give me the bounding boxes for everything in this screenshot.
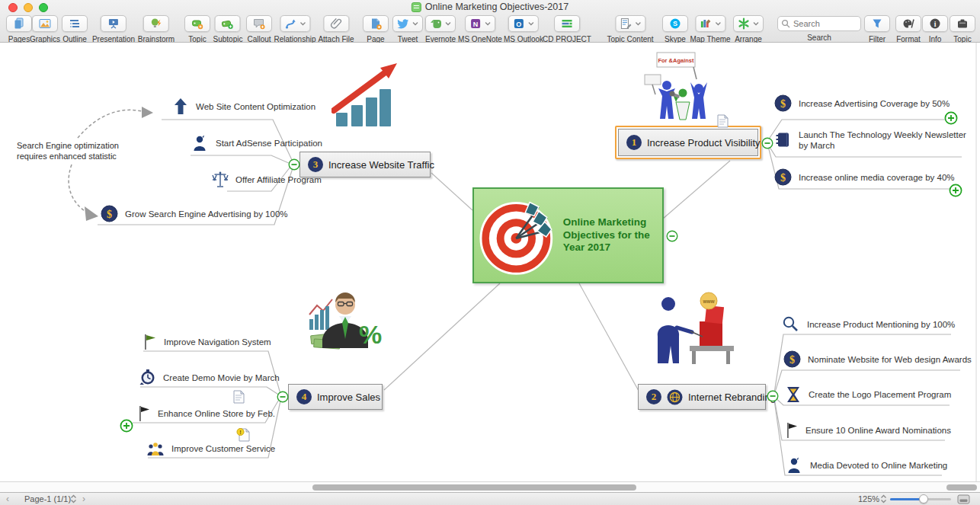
toolbar-button-ms-outlook[interactable]: O MS Outlook <box>504 15 543 43</box>
toolbar-button-presentation[interactable]: Presentation <box>92 15 135 43</box>
add-page-icon <box>370 18 382 30</box>
toolbar-button-skype[interactable]: S Skype <box>662 15 688 43</box>
person-icon <box>786 456 803 475</box>
people-group-icon <box>146 439 165 458</box>
presentation-icon <box>107 18 120 30</box>
zoom-window-button[interactable] <box>39 3 48 12</box>
subtopic-start-adsense-participation[interactable]: Start AdSense Participation <box>192 134 322 152</box>
traffic-growth-image[interactable] <box>331 62 400 128</box>
horizontal-scrollbar[interactable] <box>0 481 980 492</box>
subtopic-grow-search-engine-advertising[interactable]: $ Grow Search Engine Advertising by 100% <box>101 205 288 222</box>
pages-icon <box>13 18 25 30</box>
stopwatch-icon <box>139 369 156 387</box>
expand-button-advertising-coverage[interactable] <box>944 111 958 125</box>
subtopic-create-logo-placement[interactable]: Create the Logo Placement Program <box>785 385 951 404</box>
subtopic-increase-product-mentioning[interactable]: Increase Product Mentioning by 100% <box>782 315 955 334</box>
search-label: Search <box>777 34 861 42</box>
next-page-button[interactable]: › <box>82 494 85 504</box>
toolbar-button-format[interactable]: Format <box>895 15 921 43</box>
chevron-down-icon <box>445 21 451 26</box>
branch-topic-increase-product-visibility[interactable]: 1 Increase Product Visibility <box>618 129 758 156</box>
toolbar-button-topic-panel[interactable]: Topic <box>950 15 975 43</box>
toolbar-button-filter[interactable]: Filter <box>864 15 890 43</box>
chevron-down-icon <box>753 21 759 26</box>
selected-topic-frame[interactable]: 1 Increase Product Visibility <box>615 126 761 159</box>
subtopic-ensure-award-nominations[interactable]: Ensure 10 Online Award Nominations <box>785 421 951 439</box>
branch-topic-internet-rebranding[interactable]: 2 Internet Rebranding <box>638 384 766 410</box>
toolbar-button-outline[interactable]: Outline <box>62 15 88 43</box>
topic-content-icon <box>620 18 632 30</box>
note-attachment-icon[interactable] <box>233 390 245 404</box>
expand-button-media-coverage[interactable] <box>949 184 962 197</box>
subtopic-increase-advertising-coverage[interactable]: $ Increase Advertising Coverage by 50% <box>774 94 950 112</box>
callout-search-engine-note[interactable]: Search Engine optimization requires enha… <box>17 140 131 162</box>
up-arrow-icon <box>172 97 189 116</box>
toolbar-button-map-theme[interactable]: Map Theme <box>690 15 730 43</box>
subtopic-create-demo-movie[interactable]: Create Demo Movie by March <box>139 369 280 387</box>
toolbar-button-relationship[interactable]: Relationship <box>274 15 315 43</box>
warning-note-icon[interactable]: ! <box>236 427 250 443</box>
toolbar-button-topic-content[interactable]: Topic Content <box>607 15 653 43</box>
minimize-window-button[interactable] <box>24 3 33 12</box>
close-window-button[interactable] <box>8 3 18 12</box>
mindmap-canvas[interactable]: Online Marketing Objectives for the Year… <box>0 43 980 481</box>
priority-badge: 4 <box>296 389 312 404</box>
toolbar-button-brainstorm[interactable]: Brainstorm <box>138 15 175 43</box>
collapse-button-central[interactable] <box>666 230 678 242</box>
subtopic-launch-newsletter[interactable]: Launch The Technology Weekly Newsletter … <box>774 129 974 152</box>
evernote-icon <box>430 18 442 30</box>
subtopic-enhance-online-store[interactable]: Enhance Online Store by Feb. <box>137 404 275 423</box>
toolbar-button-topic[interactable]: Topic <box>184 15 210 43</box>
subtopic-improve-customer-service[interactable]: Improve Customer Service <box>146 439 275 458</box>
previous-page-button[interactable]: ‹ <box>6 494 9 504</box>
dollar-coin-icon: $ <box>774 94 792 112</box>
collapse-button-internet-rebranding[interactable] <box>767 390 779 402</box>
zoom-slider-knob[interactable] <box>919 494 928 503</box>
subtopic-nominate-website-awards[interactable]: $ Nominate Website for Web design Awards <box>783 350 972 368</box>
toolbar-button-cd-project[interactable]: CD PROJECT <box>543 15 591 43</box>
collapse-button-product-visibility[interactable] <box>761 137 773 149</box>
scrollbar-thumb-fragment[interactable] <box>946 484 977 491</box>
dollar-coin-icon: $ <box>774 168 792 186</box>
collapse-button-improve-sales[interactable] <box>277 391 289 403</box>
fit-page-button[interactable] <box>957 494 970 504</box>
branch-topic-improve-sales[interactable]: 4 Improve Sales <box>288 384 383 410</box>
zoom-slider[interactable] <box>890 498 951 500</box>
note-attachment-icon[interactable] <box>717 114 729 128</box>
toolbar-button-page[interactable]: Page <box>363 15 389 43</box>
svg-text:N: N <box>473 21 479 28</box>
www-ball-text: www <box>702 299 715 304</box>
internet-rebranding-image[interactable]: www <box>648 291 738 367</box>
toolbar-button-info[interactable]: i Info <box>922 15 948 43</box>
zoom-stepper[interactable] <box>880 494 887 504</box>
toolbar-button-callout[interactable]: Callout <box>246 15 272 43</box>
toolbar-button-graphics[interactable]: Graphics <box>30 15 60 43</box>
toolbar-button-attach-file[interactable]: Attach File <box>318 15 354 43</box>
collapse-button-website-traffic[interactable] <box>288 158 300 171</box>
svg-text:$: $ <box>107 209 112 220</box>
subtopic-improve-navigation-system[interactable]: Improve Navigation System <box>142 333 271 351</box>
toolbar-button-pages[interactable]: Pages <box>6 15 32 43</box>
toolbar-button-subtopic[interactable]: Subtopic <box>213 15 243 43</box>
toolbar-button-evernote[interactable]: Evernote <box>425 15 456 43</box>
svg-text:$: $ <box>789 354 795 366</box>
outline-icon <box>69 18 81 30</box>
subtopic-media-devoted-online-marketing[interactable]: Media Devoted to Online Marketing <box>786 456 947 475</box>
graphics-icon <box>39 18 51 30</box>
subtopic-offer-affiliate-program[interactable]: Offer Affiliate Program <box>212 171 322 189</box>
expand-button-online-store[interactable] <box>120 419 133 433</box>
subtopic-web-site-content-optimization[interactable]: Web Site Content Optimization <box>172 97 315 116</box>
product-visibility-image[interactable]: For &Against <box>640 49 713 121</box>
page-stepper[interactable] <box>70 494 77 504</box>
toolbar-button-tweet[interactable]: Tweet <box>392 15 423 43</box>
add-topic-icon <box>191 18 203 30</box>
central-topic[interactable]: Online Marketing Objectives for the Year… <box>472 187 664 283</box>
toolbar-button-ms-onenote[interactable]: N MS OneNote <box>458 15 502 43</box>
svg-text:!: ! <box>239 429 242 436</box>
toolbar-button-arrange[interactable]: Arrange <box>733 15 764 43</box>
scrollbar-thumb[interactable] <box>312 484 636 491</box>
central-topic-title: Online Marketing Objectives for the Year… <box>563 216 658 255</box>
subtopic-increase-online-media-coverage[interactable]: $ Increase online media coverage by 40% <box>774 168 955 186</box>
improve-sales-image[interactable]: % <box>303 292 383 368</box>
relationship-icon <box>284 18 296 30</box>
